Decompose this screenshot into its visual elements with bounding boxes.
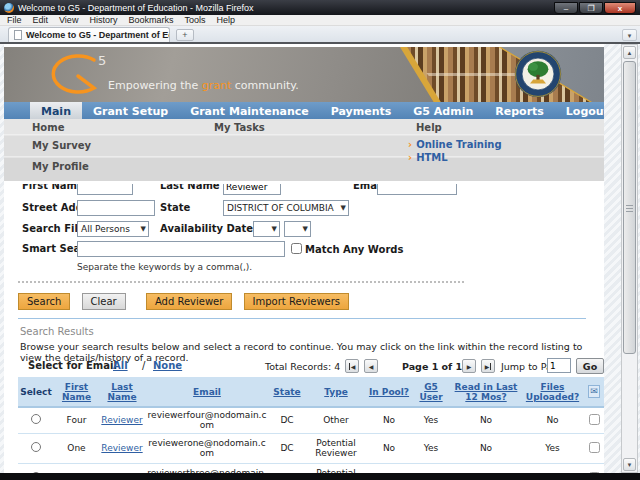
logo-5: 5 [98,53,106,68]
match-any-words-checkbox[interactable] [291,243,302,254]
search-button[interactable]: Search [18,293,70,310]
first-page-button[interactable]: ◀ [345,359,359,373]
select-record-radio[interactable] [31,442,41,452]
menu-file[interactable]: File [7,15,22,25]
menu-help[interactable]: Help [216,15,235,25]
cell-g5-user: Yes [411,463,451,473]
col-email[interactable]: Email [145,377,269,407]
subnav-my-profile[interactable]: My Profile [32,161,89,172]
first-page-icon: ◀ [349,363,356,370]
col-state[interactable]: State [269,377,305,407]
jump-to-page-input[interactable] [547,358,571,373]
col-g5-user[interactable]: G5 User [411,377,451,407]
select-for-email-label: Select for Email [28,360,117,371]
add-reviewer-button[interactable]: Add Reviewer [146,293,232,310]
import-reviewers-button[interactable]: Import Reviewers [244,293,350,310]
maximize-button[interactable]: ❐ [579,2,603,14]
banner-tagline: Empowering the grant community. [108,79,299,92]
chevron-down-icon: ▼ [272,225,277,233]
availability-date-label: Availability Date [160,223,253,234]
form-row-name: First Name Last Name Email [4,184,604,197]
search-filter-select[interactable]: All Persons ▼ [77,221,149,237]
menu-view[interactable]: View [59,15,78,25]
nav-main[interactable]: Main [30,102,82,119]
nav-g5-admin[interactable]: G5 Admin [402,102,484,119]
subnav-html-link[interactable]: ›HTML [408,152,448,163]
col-read-12[interactable]: Read in Last 12 Mos? [451,377,521,407]
sub-nav: Home My Survey My Profile My Tasks Help … [4,119,604,181]
cell-first-name: Four [54,407,99,433]
select-record-radio[interactable] [31,414,41,424]
table-row: Three Reviewer reviewerthree@nodomain.co… [18,463,604,473]
nav-grant-maintenance[interactable]: Grant Maintenance [179,102,320,119]
menu-edit[interactable]: Edit [33,15,49,25]
html-label: HTML [416,152,448,163]
last-page-button[interactable]: ▶ [481,359,495,373]
street-address-input[interactable] [77,200,155,216]
select-all-link[interactable]: All [113,360,128,371]
first-name-input[interactable] [77,184,133,195]
tab-bar: Welcome to G5 - Department of Edu... + ▾ [0,26,640,42]
scroll-down-button[interactable]: ▼ [623,458,636,471]
cell-in-pool: No [367,463,411,473]
g5-page: 5 Empowering the grant community. Main G… [4,44,604,473]
minimize-button[interactable]: – [554,2,578,14]
chevron-down-icon: ▼ [141,225,146,233]
scroll-up-button[interactable]: ▲ [623,46,636,59]
reviewer-link[interactable]: Reviewer [101,443,142,453]
nav-payments[interactable]: Payments [320,102,403,119]
availability-day-select[interactable]: ▼ [284,221,311,237]
cell-email: reviewerfour@nodomain.com [145,407,269,433]
total-records: Total Records: 4 [265,361,340,372]
col-last-name[interactable]: Last Name [99,377,145,407]
nav-reports[interactable]: Reports [484,102,555,119]
chevron-down-icon: ▼ [303,225,308,233]
smart-search-input[interactable] [77,241,285,257]
state-select[interactable]: DISTRICT OF COLUMBIA ▼ [223,200,349,216]
prev-page-icon: ◀ [369,363,374,370]
nav-grant-setup[interactable]: Grant Setup [82,102,179,119]
col-select: Select [18,377,54,407]
nav-logout[interactable]: Logout [555,102,604,119]
last-name-input[interactable] [223,184,281,195]
select-none-link[interactable]: None [153,360,182,371]
window-controls: – ❐ x [553,2,636,14]
new-tab-button[interactable]: + [176,29,194,41]
search-filter-value: All Persons [81,224,130,234]
firefox-window: Welcome to G5 - Department of Education … [0,0,640,480]
first-name-label: First Name [22,184,84,191]
clear-button[interactable]: Clear [82,293,126,310]
col-first-name[interactable]: First Name [54,377,99,407]
total-records-value: 4 [334,361,340,372]
table-row: Four Reviewer reviewerfour@nodomain.com … [18,407,604,433]
email-input[interactable] [377,184,457,195]
tab-welcome-g5[interactable]: Welcome to G5 - Department of Edu... [8,27,170,42]
subnav-my-tasks[interactable]: My Tasks [214,122,265,133]
col-files-uploaded[interactable]: Files Uploaded? [521,377,584,407]
browser-viewport: 5 Empowering the grant community. Main G… [0,42,640,473]
close-button[interactable]: x [604,2,636,14]
cell-g5-user: Yes [411,433,451,463]
next-page-button[interactable]: ▶ [462,359,476,373]
subnav-online-training-link[interactable]: ›Online Training [408,139,502,150]
scrollbar-thumb[interactable] [623,61,636,354]
tagline-highlight: grant [202,79,232,92]
menu-tools[interactable]: Tools [184,15,205,25]
subnav-my-survey[interactable]: My Survey [32,140,91,151]
availability-month-select[interactable]: ▼ [253,221,280,237]
list-all-tabs-button[interactable]: ▾ [622,29,637,41]
menu-history[interactable]: History [89,15,117,25]
go-button[interactable]: Go [576,358,604,374]
col-type[interactable]: Type [305,377,367,407]
email-select-checkbox[interactable] [589,414,600,425]
chevron-right-icon: › [408,139,412,150]
email-select-checkbox[interactable] [589,442,600,453]
reviewer-link[interactable]: Reviewer [101,415,142,425]
g5-logo: 5 [42,52,112,102]
cell-read-12: No [451,463,521,473]
menu-bookmarks[interactable]: Bookmarks [128,15,173,25]
col-in-pool[interactable]: In Pool? [367,377,411,407]
subnav-home[interactable]: Home [32,122,64,133]
prev-page-button[interactable]: ◀ [364,359,378,373]
cell-type: Other [305,407,367,433]
